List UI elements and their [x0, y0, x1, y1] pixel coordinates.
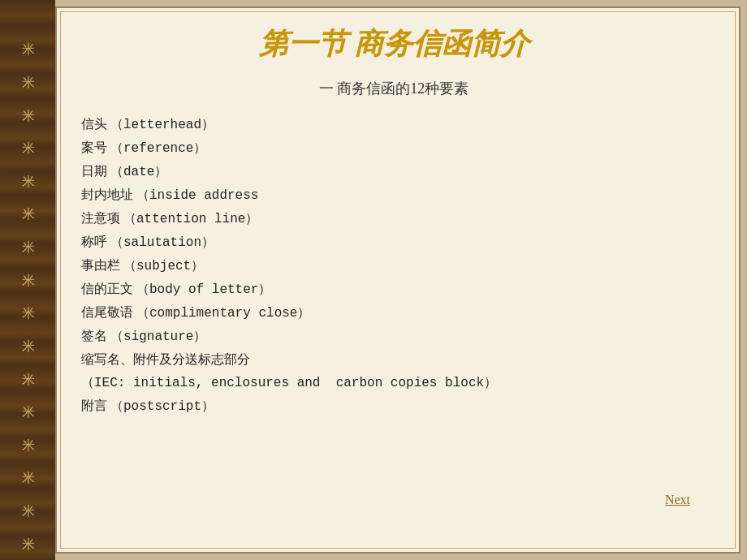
- sidebar-ornament: 米: [19, 527, 37, 528]
- list-item: 签名（signature）: [81, 325, 706, 348]
- sidebar-ornament: 米: [19, 263, 37, 265]
- sidebar: 米 米 米 米 米 米 米 米 米 米 米 米 米 米 米 米: [0, 0, 55, 560]
- sidebar-ornament: 米: [19, 428, 37, 429]
- list-item: 日期（date）: [81, 160, 706, 183]
- subtitle: 一 商务信函的12种要素: [73, 79, 715, 98]
- sidebar-ornament: 米: [19, 98, 37, 100]
- list-item: 封内地址（inside address: [81, 183, 706, 207]
- sidebar-ornaments: 米 米 米 米 米 米 米 米 米 米 米 米 米 米 米 米: [0, 8, 55, 552]
- sidebar-ornament: 米: [19, 329, 37, 330]
- list-item: （IEC: initials, enclosures and carbon co…: [81, 372, 706, 394]
- sidebar-ornament: 米: [19, 230, 37, 231]
- page-title: 第一节 商务信函简介: [73, 24, 715, 64]
- sidebar-ornament: 米: [19, 394, 37, 396]
- sidebar-ornament: 米: [19, 32, 37, 33]
- next-button[interactable]: Next: [665, 493, 690, 507]
- sidebar-ornament: 米: [19, 196, 37, 198]
- list-item: 案号（reference）: [81, 136, 706, 160]
- content-area: 第一节 商务信函简介 一 商务信函的12种要素 信头（letterhead） 案…: [55, 6, 741, 554]
- sidebar-ornament: 米: [19, 493, 37, 495]
- list-item: 信的正文（body of letter）: [81, 278, 706, 301]
- sidebar-ornament: 米: [19, 295, 37, 297]
- sidebar-ornament: 米: [19, 65, 37, 67]
- sidebar-ornament: 米: [19, 131, 37, 132]
- list-item: 缩写名、附件及分送标志部分: [81, 348, 706, 372]
- list-item: 信尾敬语（complimentary close）: [81, 301, 706, 325]
- list-item: 注意项（attention line）: [81, 207, 706, 230]
- list-item: 称呼（salutation）: [81, 230, 706, 254]
- sidebar-ornament: 米: [19, 460, 37, 462]
- list-item: 事由栏（subject）: [81, 254, 706, 278]
- sidebar-ornament: 米: [19, 362, 37, 364]
- content-list: 信头（letterhead） 案号（reference） 日期（date） 封内…: [73, 113, 715, 418]
- list-item: 信头（letterhead）: [81, 113, 706, 136]
- list-item: 附言（postscript）: [81, 394, 706, 418]
- sidebar-ornament: 米: [19, 164, 37, 166]
